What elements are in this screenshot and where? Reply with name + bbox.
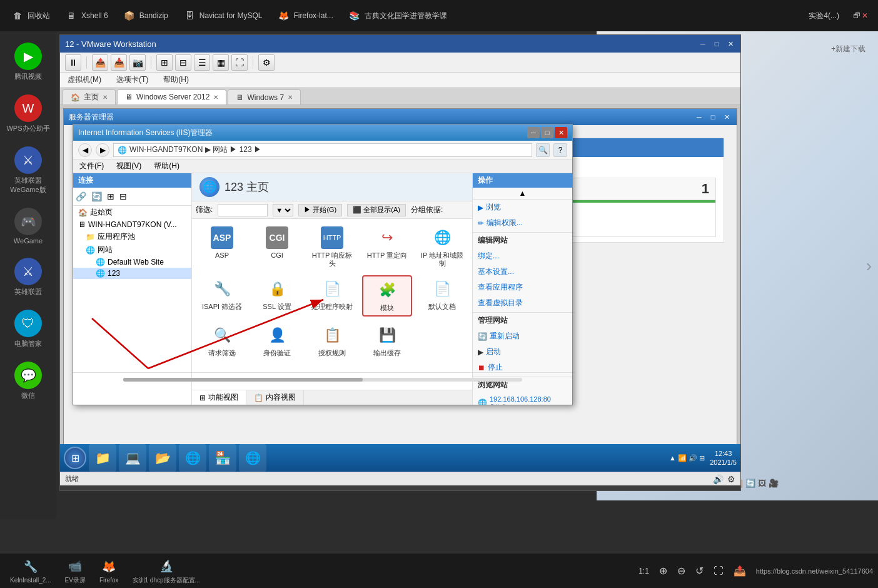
toolbar-snap-btn[interactable]: 📷 <box>129 54 146 71</box>
iis-back-btn[interactable]: ◀ <box>78 143 92 157</box>
home-tab-close[interactable]: ✕ <box>103 94 108 101</box>
bottom-item-kelninstall[interactable]: 🔧 KelnInstall_2... <box>5 555 56 586</box>
win-start-btn[interactable]: ⊞ <box>64 447 86 469</box>
iis-maximize-btn[interactable]: □ <box>541 127 553 138</box>
toolbar-split4-btn[interactable]: ▦ <box>213 54 229 71</box>
iis-icon-output-cache[interactable]: 💾 输出缓存 <box>362 322 412 360</box>
iis-icon-ip-restrict[interactable]: 🌐 IP 地址和域限制 <box>417 224 467 270</box>
iis-icon-default-doc[interactable]: 📄 默认文档 <box>417 275 467 316</box>
zoom-plus-btn[interactable]: ⊕ <box>659 565 667 577</box>
iis-help-icon[interactable]: ? <box>553 143 567 157</box>
toolbar-split-btn[interactable]: ⊞ <box>156 54 173 71</box>
action-restart[interactable]: 🔄 重新启动 <box>473 328 572 344</box>
close-top-btn[interactable]: ✕ <box>862 11 868 20</box>
toolbar-full-btn[interactable]: ⛶ <box>231 54 248 71</box>
sidebar-item-wechat[interactable]: 💬 微信 <box>3 357 53 405</box>
iis-icon-modules[interactable]: 🧩 模块 <box>362 275 412 316</box>
iis-icon-ssl[interactable]: 🔒 SSL 设置 <box>252 275 302 316</box>
tree-item-home[interactable]: 🏠 起始页 <box>73 206 191 219</box>
taskbar-item-bandizip[interactable]: 📦 Bandizip <box>117 6 173 26</box>
sm-maximize-btn[interactable]: □ <box>708 112 718 122</box>
iis-menu-file[interactable]: 文件(F) <box>77 160 106 173</box>
close-btn[interactable]: ✕ <box>725 39 735 49</box>
iis-icon-auth[interactable]: 👤 身份验证 <box>252 322 302 360</box>
sm-minimize-btn[interactable]: ─ <box>694 112 704 122</box>
taskbar-item-experiment[interactable]: 实验4(...) <box>804 8 844 24</box>
sidebar-item-wps[interactable]: W WPS办公助手 <box>3 89 53 138</box>
right-panel-next-arrow[interactable]: › <box>866 256 872 276</box>
iis-address-path[interactable]: 🌐 WIN-HGANDT97KON ▶ 网站 ▶ 123 ▶ <box>113 143 532 157</box>
zoom-reset-btn[interactable]: ↺ <box>695 565 704 577</box>
win-taskbar-folder[interactable]: 📂 <box>149 444 176 472</box>
iis-icon-http-headers[interactable]: HTTP HTTP 响应标头 <box>307 224 357 270</box>
iis-icon-handler[interactable]: 📄 处理程序映射 <box>307 275 357 316</box>
iis-menu-view[interactable]: 视图(V) <box>114 160 144 173</box>
win7-tab-close[interactable]: ✕ <box>288 94 293 101</box>
sm-close-btn[interactable]: ✕ <box>722 112 732 122</box>
iis-icon-authz[interactable]: 📋 授权规则 <box>307 322 357 360</box>
tree-item-apppool[interactable]: 📁 应用程序池 <box>73 230 191 243</box>
menu-help[interactable]: 帮助(H) <box>161 73 191 86</box>
taskbar-item-recycle[interactable]: 🗑 回收站 <box>5 6 55 26</box>
filter-showall-btn[interactable]: ⬛ 全部显示(A) <box>347 204 406 216</box>
toolbar-pause-btn[interactable]: ⏸ <box>65 54 81 71</box>
taskbar-item-navicat[interactable]: 🗄 Navicat for MySQL <box>177 6 268 26</box>
win-taskbar-cmd[interactable]: 💻 <box>119 444 146 472</box>
win-taskbar-explorer[interactable]: 📁 <box>89 444 116 472</box>
sidebar-item-wegame[interactable]: 🎮 WeGame <box>3 203 53 250</box>
sidebar-item-lol[interactable]: ⚔ 英雄联盟 <box>3 253 53 302</box>
restore-btn[interactable]: 🗗 <box>853 11 860 20</box>
tree-item-server[interactable]: 🖥 WIN-HGANDT97KON (V... <box>73 219 191 230</box>
iis-minimize-btn[interactable]: ─ <box>527 127 540 138</box>
iis-search-icon[interactable]: 🔍 <box>536 143 550 157</box>
win-taskbar-ie[interactable]: 🌐 <box>179 444 206 472</box>
menu-tabs[interactable]: 选项卡(T) <box>114 73 151 86</box>
iis-tab-feature[interactable]: ⊞ 功能视图 <box>192 390 246 405</box>
bottom-item-ev[interactable]: 📹 EV录屏 <box>60 555 91 587</box>
action-view-vdirs[interactable]: 查看虚拟目录 <box>473 295 572 311</box>
action-view-apps[interactable]: 查看应用程序 <box>473 280 572 295</box>
tree-connect-btn[interactable]: 🔗 <box>74 190 88 203</box>
zoom-export-btn[interactable]: 📤 <box>734 565 746 577</box>
taskbar-item-xshell[interactable]: 🖥 Xshell 6 <box>59 6 113 26</box>
action-browse[interactable]: ▶ 浏览 <box>473 200 572 215</box>
toolbar-receive-btn[interactable]: 📥 <box>111 54 127 71</box>
tree-expand-btn[interactable]: ⊞ <box>106 190 116 203</box>
tree-item-123[interactable]: 🌐 123 <box>73 268 191 279</box>
taskbar-item-firefox[interactable]: 🦊 Firefox-lat... <box>271 6 338 26</box>
win-taskbar-store[interactable]: 🏪 <box>209 444 236 472</box>
iis-menu-help[interactable]: 帮助(H) <box>151 160 182 173</box>
win-taskbar-network[interactable]: 🌐 <box>239 444 266 472</box>
win2012-tab-close[interactable]: ✕ <box>213 94 218 101</box>
bottom-item-firefox[interactable]: 🦊 Firefox <box>94 555 124 586</box>
bottom-item-experiment1[interactable]: 🔬 实训1 dhcp服务器配置... <box>128 555 205 587</box>
action-scroll-up[interactable]: ▲ <box>473 188 572 200</box>
iis-icon-cgi[interactable]: CGI CGI <box>252 224 302 270</box>
iis-forward-btn[interactable]: ▶ <box>96 143 109 157</box>
iis-tab-content[interactable]: 📋 内容视图 <box>246 390 304 405</box>
sidebar-item-lol-wegame[interactable]: ⚔ 英雄联盟WeGame版 <box>3 141 53 200</box>
action-binding[interactable]: 绑定... <box>473 248 572 264</box>
iis-icon-request-filter[interactable]: 🔍 请求筛选 <box>197 322 247 360</box>
taskbar-item-culture[interactable]: 📚 古典文化国学进管教学课 <box>342 6 452 26</box>
zoom-minus-btn[interactable]: ⊖ <box>677 565 685 577</box>
tree-collapse-btn[interactable]: ⊟ <box>118 190 128 203</box>
iis-icon-asp[interactable]: ASP ASP <box>197 224 247 270</box>
tree-refresh-btn[interactable]: 🔄 <box>90 190 103 203</box>
action-edit-permissions[interactable]: ✏ 编辑权限... <box>473 215 572 231</box>
tree-item-sites[interactable]: 🌐 网站 <box>73 243 191 256</box>
zoom-fit-btn[interactable]: ⛶ <box>714 565 724 577</box>
minimize-btn[interactable]: ─ <box>698 39 708 49</box>
tab-home[interactable]: 🏠 主页 ✕ <box>63 89 116 104</box>
filter-start-btn[interactable]: ▶ 开始(G) <box>298 204 342 216</box>
iis-close-btn[interactable]: ✕ <box>555 127 567 138</box>
iis-icon-http-redirect[interactable]: ↪ HTTP 重定向 <box>362 224 412 270</box>
tree-item-defaultsite[interactable]: 🌐 Default Web Site <box>73 256 191 268</box>
tab-win2012[interactable]: 🖥 Windows Server 2012 ✕ <box>117 89 226 104</box>
toolbar-split3-btn[interactable]: ☰ <box>194 54 210 71</box>
sidebar-item-pcmanager[interactable]: 🛡 电脑管家 <box>3 305 53 353</box>
tree-scroll-bar[interactable] <box>73 372 192 386</box>
menu-vm[interactable]: 虚拟机(M) <box>65 73 104 86</box>
action-basic-settings[interactable]: 基本设置... <box>473 264 572 280</box>
toolbar-send-btn[interactable]: 📤 <box>92 54 108 71</box>
